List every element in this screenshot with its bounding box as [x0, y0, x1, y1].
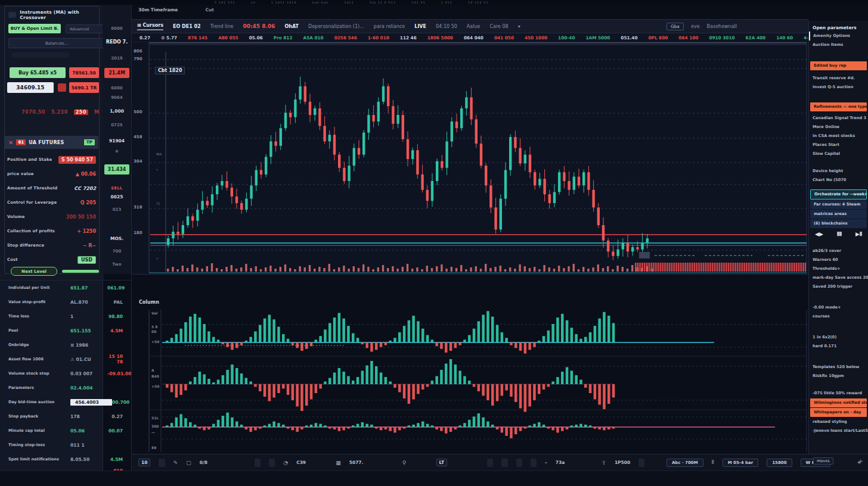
bottom-bar-item[interactable]: ⇪	[602, 460, 606, 466]
ladder-price[interactable]: 31.434	[104, 164, 129, 175]
table-row[interactable]: Stop payback1780.27	[0, 409, 131, 423]
sell-stop-button[interactable]: 5690.1 TR	[69, 82, 99, 93]
sidebar-item[interactable]: Device height	[809, 167, 868, 176]
indicator-histograms[interactable]	[131, 310, 808, 454]
bottom-bar-item[interactable]: ◔	[283, 460, 288, 466]
sidebar-item[interactable]: rebased styling	[809, 418, 868, 426]
table-row[interactable]: Time loss198.80	[0, 309, 131, 323]
bottom-bar-button[interactable]: 15800	[767, 459, 792, 467]
sidebar-item[interactable]: Slow Capital	[809, 149, 868, 158]
sidebar-item[interactable]: Riskfix 10gpm	[809, 372, 868, 381]
sidebar-item[interactable]: Thresholds+	[809, 264, 868, 273]
form-value[interactable]: 200 50 150	[66, 214, 96, 220]
ladder-price[interactable]: 21.4M	[104, 68, 129, 78]
playback-icon[interactable]: ▶⦀	[855, 231, 862, 241]
sidebar-item[interactable]: Auction Items	[809, 40, 868, 49]
toolbar-item[interactable]: 04:10 50	[436, 24, 457, 29]
sidebar-item[interactable]: Warners 60	[809, 256, 868, 264]
sidebar-item[interactable]: Amenity Options	[809, 32, 868, 40]
tool-icon-button[interactable]	[531, 459, 537, 467]
bottom-bar-item[interactable]: C39	[296, 460, 306, 465]
bottom-bar-item[interactable]: 73a	[556, 460, 565, 465]
tool-icon-button[interactable]	[501, 459, 507, 467]
top-menu-item[interactable]: nd	[250, 1, 255, 4]
form-value[interactable]: USD	[78, 256, 96, 264]
main-chart-area[interactable]	[131, 42, 808, 275]
top-menu-item[interactable]: 5 141 131	[215, 1, 235, 4]
ladder-price[interactable]: 2019	[103, 56, 131, 61]
ladder-price[interactable]: 6000	[103, 86, 131, 91]
table-row[interactable]: Parameters02.4.004	[0, 381, 131, 395]
sidebar-item[interactable]: More Online	[809, 123, 868, 132]
balance-input[interactable]: Balances...	[8, 38, 105, 48]
sidebar-item[interactable]: Invest Q-5 auction	[809, 83, 868, 92]
sidebar-item[interactable]: Orchestrate for --week#	[810, 189, 867, 200]
tool-icon-button[interactable]	[487, 459, 493, 467]
sidebar-item[interactable]: matrices areas	[810, 210, 867, 219]
tool-icon-button[interactable]	[159, 459, 165, 467]
form-value[interactable]: + 1250	[77, 229, 96, 234]
toolbar-item[interactable]: EO DE1 02	[173, 24, 201, 29]
bottom-bar-item[interactable]: 1P500	[615, 460, 630, 465]
tab-timeframe[interactable]: 30m Timeframe	[138, 7, 178, 13]
bottom-bar-item[interactable]: 5077.	[349, 460, 364, 465]
tool-icon-button[interactable]	[255, 459, 261, 467]
sidebar-item[interactable]: mark-day Save access 200	[809, 273, 868, 282]
sidebar-item[interactable]: ab26/3 cover	[809, 247, 868, 256]
ladder-price[interactable]: 700	[103, 249, 131, 254]
sidebar-item[interactable]: -0.00 mode+	[809, 303, 868, 312]
sidebar-item[interactable]: Canadian Signal Trend 3	[809, 114, 868, 123]
sidebar-item[interactable]: Refinements — one type	[810, 102, 867, 111]
ladder-price[interactable]: 023	[103, 207, 131, 212]
ladder-price[interactable]: ⊕	[103, 149, 131, 154]
table-row[interactable]: Individual per Unit651.87061.09	[0, 281, 131, 295]
form-value[interactable]: CC 7202	[74, 186, 96, 191]
sidebar-item[interactable]: ◀▶⦀⦀▶⦀	[809, 229, 868, 243]
tool-icon-button[interactable]	[516, 459, 522, 467]
buy-button[interactable]: Buy 65.485 x5	[10, 67, 66, 78]
top-menu-item[interactable]: bab-bab	[312, 1, 329, 4]
price-input[interactable]: 34609.15	[7, 82, 54, 93]
playback-icon[interactable]: ◀▶	[815, 231, 823, 241]
moves-button[interactable]: moves	[813, 457, 833, 465]
table-row[interactable]: Minute cap total05.0600.07	[0, 423, 131, 438]
toolbar-item[interactable]: ▾	[518, 24, 520, 29]
bottom-bar-item[interactable]: ⦀	[712, 459, 714, 466]
playback-icon[interactable]: ⦀⦀	[837, 231, 842, 241]
toolbar-item[interactable]: Care 08	[489, 24, 508, 29]
tab-cut[interactable]: Cut	[205, 7, 213, 13]
percent-toggle[interactable]	[58, 83, 66, 92]
toolbar-item[interactable]: ⊞ Cursors	[137, 23, 163, 30]
secondary-input[interactable]	[12, 52, 69, 58]
sidebar-item[interactable]: Saved 200 trigger	[809, 282, 868, 291]
open-limit-button[interactable]: BUY & Open Limit B.	[8, 24, 61, 33]
toolbar-item[interactable]: LIVE	[414, 24, 426, 29]
tool-icon-button[interactable]	[269, 459, 275, 467]
ladder-price[interactable]: 0025	[103, 194, 131, 200]
toolbar-item[interactable]: para reliance	[374, 24, 405, 29]
bottom-bar-button[interactable]: Abc · 700M	[666, 459, 703, 467]
sidebar-item[interactable]: Templates 520 below	[809, 363, 868, 372]
table-row[interactable]: Timing stop-loss011 1	[0, 438, 131, 452]
sidebar-item[interactable]: Places Start	[809, 141, 868, 149]
toolbar-item[interactable]: 00:45 8.06	[243, 23, 275, 29]
close-icon[interactable]: ✕	[8, 139, 13, 146]
next-level-button[interactable]: Next Level	[11, 267, 57, 276]
bottom-bar-item[interactable]: ▢	[186, 460, 191, 466]
ladder-price[interactable]: SELL	[103, 186, 131, 191]
table-row[interactable]: Asset flow 1006⚠ 01.CU15 10 78	[0, 352, 131, 366]
form-value[interactable]: Q 205	[80, 200, 96, 205]
form-value[interactable]: S 50 940 57	[58, 156, 96, 164]
form-value[interactable]: − R−	[83, 243, 96, 248]
toolbar-right-item[interactable]: eve	[691, 24, 700, 29]
top-menu-item[interactable]: 141 41	[411, 1, 426, 4]
top-menu-item[interactable]: 1 411	[441, 1, 452, 4]
ladder-price[interactable]: 9064	[103, 95, 131, 100]
add-icon[interactable]: +	[858, 458, 863, 465]
table-row[interactable]: Day bid-time auction456.400300.700	[0, 395, 131, 409]
sell-button[interactable]: 78561.50	[69, 67, 99, 78]
sidebar-item[interactable]: Far courses: 4 Steam	[810, 200, 867, 209]
sidebar-item[interactable]: Transit reserve #d.	[809, 74, 868, 83]
bottom-bar-button[interactable]: M 05-4 bar	[723, 459, 759, 467]
ladder-price[interactable]: 1,000	[103, 108, 131, 114]
